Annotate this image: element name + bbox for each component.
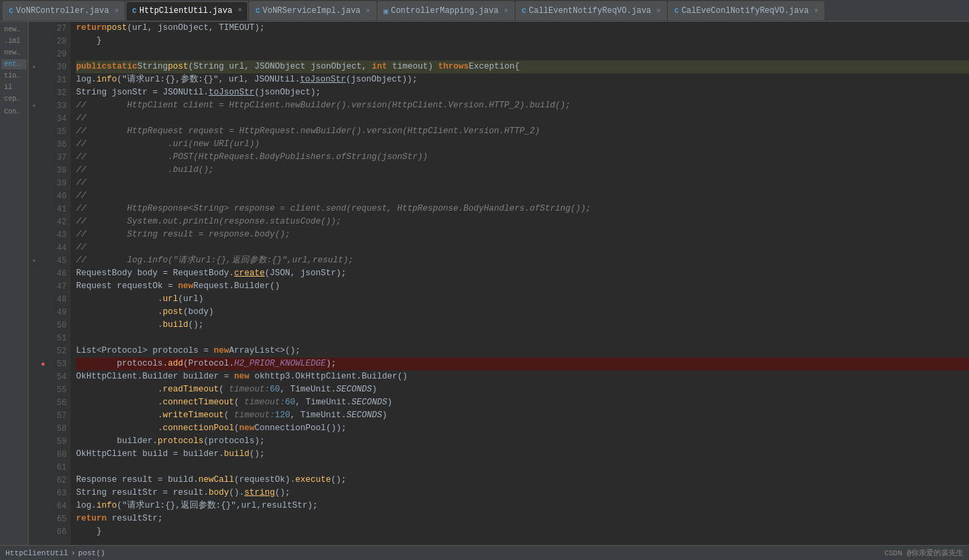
code-line: builder.protocols(protocols);	[76, 435, 969, 448]
line-number: 36	[39, 138, 71, 151]
fold-cell	[29, 500, 39, 512]
line-number: 59	[39, 435, 71, 448]
sidebar: newca .iml newca entUtil tionR il ceptic…	[0, 22, 29, 545]
tab-controller-mapping[interactable]: ▣ ControllerMapping.java ×	[378, 1, 514, 20]
fold-cell	[29, 86, 39, 99]
fold-cell	[29, 357, 39, 370]
gutter-row: 47	[29, 280, 71, 293]
code-line: // HttpResponse<String> response = clien…	[76, 203, 969, 215]
code-line: protocols.add(Protocol.H2_PRIOR_KNOWLEDG…	[76, 357, 969, 370]
gutter-row: 41	[29, 203, 71, 215]
code-line: Response result = build.newCall(requestO…	[76, 474, 969, 487]
fold-cell	[29, 396, 39, 409]
error-indicator: ●	[41, 360, 46, 368]
gutter-row: 43	[29, 228, 71, 241]
code-line: .build();	[76, 319, 969, 332]
fold-cell	[29, 228, 39, 241]
gutter-row: 56	[29, 396, 71, 409]
gutter-row: 65	[29, 512, 71, 525]
line-number: 48	[39, 293, 71, 306]
gutter-row: 62	[29, 474, 71, 487]
line-number: 30	[39, 60, 71, 73]
code-line: OkHttpClient.Builder builder = new okhtt…	[76, 370, 969, 383]
sidebar-item-entutil[interactable]: entUtil	[1, 59, 27, 69]
line-number: 65	[39, 512, 71, 525]
gutter-row: 40	[29, 190, 71, 203]
sidebar-item-newca2[interactable]: newca	[1, 48, 27, 58]
tab-vonr-service-impl[interactable]: C VoNRServiceImpl.java ×	[249, 1, 376, 20]
gutter-row: 35	[29, 125, 71, 138]
code-line: // .uri(new URI(url))	[76, 138, 969, 151]
code-line: List<Protocol> protocols = new ArrayList…	[76, 345, 969, 357]
code-line	[76, 461, 969, 474]
gutter-row: 37	[29, 151, 71, 164]
sidebar-item-il[interactable]: il	[1, 82, 27, 92]
fold-cell	[29, 215, 39, 228]
line-number: 64	[39, 500, 71, 512]
tab-close[interactable]: ×	[656, 7, 660, 15]
tab-calleveconl-notify[interactable]: C CalEveConlNotifyReqVO.java ×	[668, 1, 824, 20]
code-line: return post(url, jsonObject, TIMEOUT);	[76, 22, 969, 35]
gutter-row: 54	[29, 370, 71, 383]
code-line: Request requestOk = new Request.Builder(…	[76, 280, 969, 293]
tab-close[interactable]: ×	[504, 7, 508, 15]
tab-callevent-notify[interactable]: C CallEventNotifyReqVO.java ×	[516, 1, 667, 20]
line-number: 32	[39, 86, 71, 99]
gutter-row: 55	[29, 383, 71, 396]
gutter-row: ▾30	[29, 60, 71, 73]
sidebar-item-config[interactable]: Config	[1, 107, 27, 117]
fold-cell	[29, 203, 39, 215]
code-line: // System.out.println(response.statusCod…	[76, 215, 969, 228]
tab-close[interactable]: ×	[366, 7, 370, 15]
line-number: 41	[39, 203, 71, 215]
gutter-row: ▾45	[29, 254, 71, 267]
code-line: // HttpClient client = HttpClient.newBui…	[76, 99, 969, 112]
gutter-row: 39	[29, 177, 71, 190]
gutter-row: 60	[29, 448, 71, 461]
code-line: .post(body)	[76, 306, 969, 319]
tab-httpclient-util[interactable]: C HttpClientUtil.java ×	[126, 1, 247, 20]
line-number: 50	[39, 319, 71, 332]
gutter-row: 49	[29, 306, 71, 319]
fold-cell[interactable]: ▾	[29, 60, 39, 73]
fold-cell	[29, 48, 39, 60]
tab-close[interactable]: ×	[114, 7, 118, 15]
fold-cell	[29, 383, 39, 396]
code-line: //	[76, 112, 969, 125]
fold-cell[interactable]: ▾	[29, 254, 39, 267]
sidebar-item-newca1[interactable]: newca	[1, 24, 27, 35]
code-line: .writeTimeout( timeout: 120, TimeUnit.SE…	[76, 409, 969, 422]
fold-cell	[29, 293, 39, 306]
gutter-row: 51	[29, 332, 71, 345]
code-line: String jsonStr = JSONUtil.toJsonStr(json…	[76, 86, 969, 99]
gutter-row: 31	[29, 73, 71, 86]
tab-icon: C	[256, 7, 260, 15]
line-number: 55	[39, 383, 71, 396]
gutter-row: 34	[29, 112, 71, 125]
tab-label: ControllerMapping.java	[391, 6, 498, 16]
tab-close[interactable]: ×	[814, 7, 818, 15]
fold-cell	[29, 332, 39, 345]
gutter-row: 63	[29, 487, 71, 500]
tab-label: CalEveConlNotifyReqVO.java	[682, 6, 809, 16]
gutter-row: 52	[29, 345, 71, 357]
sidebar-item-iml[interactable]: .iml	[1, 36, 27, 46]
line-number: 58	[39, 422, 71, 435]
line-number: 46	[39, 267, 71, 280]
code-line: RequestBody body = RequestBody.create(JS…	[76, 267, 969, 280]
tab-icon: ▣	[384, 7, 389, 16]
gutter-row: 28	[29, 35, 71, 48]
code-line: log.info("请求url:{},返回参数:{}",url,resultSt…	[76, 500, 969, 512]
breadcrumb: HttpClientUtil › post()	[5, 549, 105, 557]
tab-close[interactable]: ×	[238, 7, 242, 14]
gutter-row: 64	[29, 500, 71, 512]
bottom-bar: HttpClientUtil › post() CSDN @你亲爱的裴先生	[0, 545, 969, 560]
sidebar-item-tionr[interactable]: tionR	[1, 71, 27, 81]
tab-bar: C VoNRController.java × C HttpClientUtil…	[0, 0, 969, 22]
tab-vonr-controller[interactable]: C VoNRController.java ×	[3, 1, 124, 20]
line-number: 27	[39, 22, 71, 35]
code-area[interactable]: return post(url, jsonObject, TIMEOUT); }…	[71, 22, 969, 545]
sidebar-item-ceptic[interactable]: ceptic	[1, 94, 27, 104]
line-number: 57	[39, 409, 71, 422]
fold-cell[interactable]: ▾	[29, 99, 39, 112]
